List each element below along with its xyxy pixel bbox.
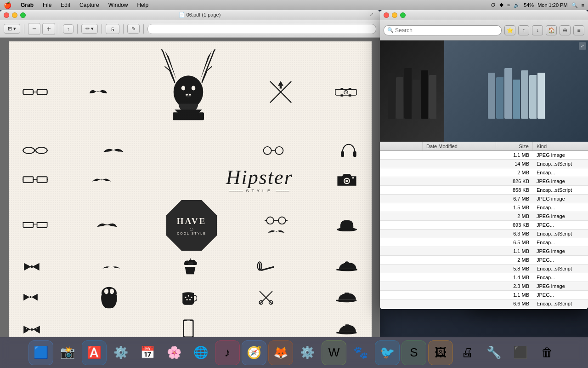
hat-bowler-icon xyxy=(336,217,358,234)
row-size: 1.5 MB xyxy=(496,205,533,210)
col-name-header[interactable] xyxy=(380,142,423,150)
time-machine-icon[interactable]: ⏱ xyxy=(491,2,496,8)
finder-file-list: Date Modified Size Kind 1.1 MB JPEG imag… xyxy=(380,142,588,309)
finder-close-button[interactable] xyxy=(384,12,389,18)
list-item[interactable]: 5.8 MB Encap...stScript xyxy=(380,264,588,273)
dock-icon-system-prefs[interactable]: ⚙️ xyxy=(108,340,133,365)
list-item[interactable]: 14 MB Encap...stScript xyxy=(380,160,588,168)
dock-icon-spage[interactable]: S xyxy=(401,340,426,365)
share-button[interactable]: ↑ xyxy=(63,24,74,34)
headphones-icon xyxy=(339,142,358,161)
markup-button[interactable]: ✎ xyxy=(127,24,140,34)
glasses-square xyxy=(23,174,48,186)
menu-file[interactable]: File xyxy=(41,2,53,8)
list-item[interactable]: 6.5 MB Encap... xyxy=(380,238,588,247)
list-item[interactable]: 2.3 MB JPEG image xyxy=(380,282,588,291)
menu-grab[interactable]: Grab xyxy=(19,2,35,8)
maximize-button[interactable] xyxy=(20,12,26,18)
dock-icon-calendar[interactable]: 📅 xyxy=(135,340,160,365)
zoom-in-button[interactable]: + xyxy=(42,23,55,35)
dock-icon-grab[interactable]: 📸 xyxy=(55,340,80,365)
favorites-button[interactable]: ⭐ xyxy=(504,25,515,35)
dock-icon-twitter[interactable]: 🐦 xyxy=(375,340,400,365)
list-item[interactable]: 2 MB Encap... xyxy=(380,168,588,177)
volume-icon[interactable]: 🔊 xyxy=(514,2,520,8)
list-item[interactable]: 858 KB Encap...stScript xyxy=(380,186,588,195)
pdf-window: 📄 06.pdf (1 page) ⤢ ⊞ ▾ − + ↑ ✏ ▾ 5 ✎ xyxy=(0,10,380,337)
list-item[interactable]: 2 MB JPEG image xyxy=(380,212,588,221)
dock-icon-safari[interactable]: 🧭 xyxy=(242,340,266,365)
pdf-resize-icon[interactable]: ⤢ xyxy=(370,12,376,18)
row-kind: Encap... xyxy=(533,275,588,280)
close-button[interactable] xyxy=(4,12,9,18)
row-size: 6.3 MB xyxy=(496,231,533,236)
col-size-header[interactable]: Size xyxy=(496,142,533,150)
page-number: 5 xyxy=(106,24,119,34)
list-item[interactable]: 6.3 MB Encap...stScript xyxy=(380,230,588,238)
spotlight-icon[interactable]: 🔍 xyxy=(571,2,578,8)
list-item[interactable]: 693 KB JPEG... xyxy=(380,221,588,230)
bluetooth-icon[interactable]: ✱ xyxy=(499,2,503,8)
menu-edit[interactable]: Edit xyxy=(59,2,72,8)
menu-help[interactable]: Help xyxy=(135,2,150,8)
svg-rect-20 xyxy=(348,94,351,97)
list-item[interactable]: 1.1 MB JPEG image xyxy=(380,247,588,256)
svg-rect-1 xyxy=(37,90,47,95)
dock-icon-photos[interactable]: 🌸 xyxy=(162,340,187,365)
file-list-scroll[interactable]: 1.1 MB JPEG image 14 MB Encap...stScript… xyxy=(380,151,588,309)
dock-icon-growl[interactable]: 🐾 xyxy=(348,340,373,365)
menu-window[interactable]: Window xyxy=(107,2,130,8)
zoom-out-button[interactable]: − xyxy=(28,23,40,35)
finder-search-input[interactable] xyxy=(384,25,502,35)
pdf-search-input[interactable] xyxy=(147,24,376,34)
annotate-button[interactable]: ✏ ▾ xyxy=(81,24,98,34)
view-options-button[interactable]: ⊞ ▾ xyxy=(4,24,20,34)
dock-icon-utils[interactable]: 🔧 xyxy=(481,340,506,365)
menu-capture[interactable]: Capture xyxy=(78,2,101,8)
col-date-header[interactable]: Date Modified xyxy=(423,142,496,150)
finder-minimize-button[interactable] xyxy=(392,12,397,18)
row-kind: Encap...stScript xyxy=(533,266,588,271)
dock-icon-chrome[interactable]: 🌐 xyxy=(188,340,213,365)
dock-icon-app-store[interactable]: 🅰️ xyxy=(82,340,107,365)
svg-point-75 xyxy=(34,330,35,331)
pdf-content: Hipster STYLE xyxy=(0,38,380,337)
list-item[interactable]: 1.4 MB Encap... xyxy=(380,308,588,309)
upload-button[interactable]: ↑ xyxy=(518,25,529,35)
svg-point-6 xyxy=(181,86,186,90)
share-finder-button[interactable]: ⊕ xyxy=(560,25,571,35)
menubar-right: ⏱ ✱ ≈ 🔊 54% Mon 1:20 PM 🔍 ≡ xyxy=(491,2,584,8)
wifi-icon[interactable]: ≈ xyxy=(507,2,510,8)
dock-icon-gears[interactable]: ⚙️ xyxy=(295,340,320,365)
list-item[interactable]: 6.7 MB JPEG image xyxy=(380,195,588,203)
dock-icon-trash[interactable]: 🗑 xyxy=(535,340,560,365)
list-item[interactable]: 826 KB JPEG image xyxy=(380,177,588,186)
dock-icon-itunes[interactable]: ♪ xyxy=(215,340,240,365)
dock-icon-firefox[interactable]: 🦊 xyxy=(268,340,293,365)
notification-icon[interactable]: ≡ xyxy=(582,2,584,8)
list-header: Date Modified Size Kind xyxy=(380,142,588,151)
list-item[interactable]: 1.4 MB Encap... xyxy=(380,273,588,282)
col-kind-header[interactable]: Kind xyxy=(533,142,588,150)
list-item[interactable]: 6.6 MB Encap...stScript xyxy=(380,299,588,308)
apple-menu[interactable]: 🍎 xyxy=(4,1,11,9)
preview-expand-right-icon[interactable]: ⤢ xyxy=(579,42,586,50)
list-item[interactable]: 1.1 MB JPEG... xyxy=(380,291,588,299)
list-item[interactable]: 1.5 MB Encap... xyxy=(380,203,588,212)
dock-icon-screens[interactable]: ⬛ xyxy=(508,340,533,365)
svg-marker-14 xyxy=(278,81,283,86)
dock-icon-finder[interactable]: 🟦 xyxy=(28,340,53,365)
dock-icon-notefile[interactable]: W xyxy=(322,340,346,365)
dock-icon-printer[interactable]: 🖨 xyxy=(455,340,480,365)
svg-point-30 xyxy=(263,147,271,155)
menu-button[interactable]: ≡ xyxy=(573,25,584,35)
pipe-mustache-col xyxy=(265,216,288,235)
finder-maximize-button[interactable] xyxy=(400,12,406,18)
download-button[interactable]: ↓ xyxy=(532,25,543,35)
minimize-button[interactable] xyxy=(12,12,17,18)
home-button[interactable]: 🏠 xyxy=(546,25,557,35)
list-item[interactable]: 2 MB JPEG... xyxy=(380,256,588,264)
list-item[interactable]: 1.1 MB JPEG image xyxy=(380,151,588,160)
row-size: 826 KB xyxy=(496,178,533,184)
dock-icon-gallery[interactable]: 🖼 xyxy=(428,340,453,365)
